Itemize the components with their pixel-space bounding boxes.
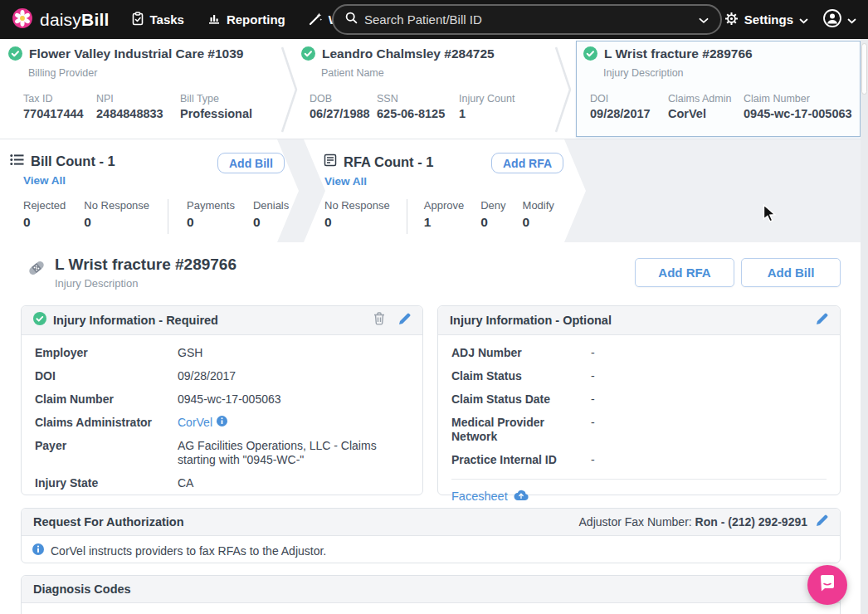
row-payer: PayerAG Facilities Operations, LLC - Cla… xyxy=(35,439,409,467)
field-npi: NPI 2484848833 xyxy=(96,93,180,120)
page-header: L Wrist fracture #289766 Injury Descript… xyxy=(27,256,237,290)
rfa-count-title: RFA Count - 1 xyxy=(344,154,433,170)
row-practice-internal-id: Practice Internal ID- xyxy=(451,453,827,467)
nav-settings[interactable]: Settings xyxy=(724,12,808,28)
scrollbar-thumb[interactable] xyxy=(861,43,867,95)
page-scrollbar[interactable] xyxy=(861,39,868,614)
context-bar: Flower Valley Industrial Care #1039 Bill… xyxy=(0,39,861,139)
add-rfa-button[interactable]: Add RFA xyxy=(635,258,734,287)
nav-reporting[interactable]: Reporting xyxy=(207,12,285,27)
nav-reporting-label: Reporting xyxy=(227,12,285,27)
bandage-icon xyxy=(27,258,46,290)
chevron-down-icon xyxy=(847,12,856,27)
row-adj-number: ADJ Number- xyxy=(451,346,827,360)
app-root: daisyBill Tasks Reporting Wizard xyxy=(0,0,868,614)
global-search[interactable] xyxy=(332,4,722,35)
provider-subtitle: Billing Provider xyxy=(28,67,252,79)
add-bill-button[interactable]: Add Bill xyxy=(741,258,841,287)
search-chevron-down-icon[interactable] xyxy=(699,12,709,27)
bill-count-title: Bill Count - 1 xyxy=(31,154,115,169)
chat-launcher-button[interactable] xyxy=(807,565,847,605)
nav-right-group: Settings xyxy=(724,0,856,39)
injury-subtitle: Injury Description xyxy=(603,67,852,79)
chevron-separator xyxy=(280,46,299,134)
rfa-view-all-link[interactable]: View All xyxy=(324,175,586,188)
bill-count-panel: Bill Count - 1 View All Add Bill Rejecte… xyxy=(0,139,299,242)
row-medical-provider-network: Medical Provider Network- xyxy=(451,416,827,444)
nav-account-menu[interactable] xyxy=(823,9,856,30)
diagnosis-title: Diagnosis Codes xyxy=(33,582,131,596)
info-icon[interactable] xyxy=(217,416,227,430)
injury-required-card: Injury Information - Required EmployerGS… xyxy=(21,305,423,495)
brand-wordmark: daisyBill xyxy=(40,10,110,30)
page-subtitle: Injury Description xyxy=(55,277,237,290)
chevron-separator xyxy=(554,46,573,134)
rfa-document-icon xyxy=(324,154,337,170)
corvel-link[interactable]: CorVel xyxy=(178,416,212,430)
edit-pencil-icon[interactable] xyxy=(816,514,828,529)
nav-tasks[interactable]: Tasks xyxy=(131,12,184,28)
injury-optional-card: Injury Information - Optional ADJ Number… xyxy=(437,305,841,495)
row-injury-state: Injury StateCA xyxy=(35,476,409,490)
divider xyxy=(451,479,827,480)
stat-rejected: Rejected 0 xyxy=(23,199,66,230)
add-rfa-button-small[interactable]: Add RFA xyxy=(491,153,563,173)
stat-modify: Modify 0 xyxy=(523,199,554,230)
stat-denials: Denials 0 xyxy=(253,199,289,230)
stat-divider xyxy=(168,199,168,234)
field-claims-admin: Claims Admin CorVel xyxy=(668,93,744,120)
check-circle-icon xyxy=(583,46,597,64)
nav-tasks-label: Tasks xyxy=(150,12,184,27)
edit-pencil-icon[interactable] xyxy=(398,313,411,329)
adjustor-fax-label: Adjustor Fax Number: Ron - (212) 292-929… xyxy=(579,515,807,529)
injury-title: L Wrist fracture #289766 xyxy=(604,46,753,61)
stat-divider xyxy=(407,199,407,234)
stat-approve: Approve 1 xyxy=(424,199,464,230)
stat-payments: Payments 0 xyxy=(187,199,235,230)
rfa-auth-note: CorVel instructs providers to fax RFAs t… xyxy=(22,536,840,565)
top-nav: daisyBill Tasks Reporting Wizard xyxy=(0,0,868,39)
field-claim-number: Claim Number 0945-wc-17-005063 xyxy=(744,93,852,120)
daisy-flower-icon xyxy=(12,7,33,32)
stat-no-response: No Response 0 xyxy=(84,199,149,230)
row-claim-number: Claim Number0945-wc-17-005063 xyxy=(35,392,409,407)
row-employer: EmployerGSH xyxy=(35,346,409,360)
field-dob: DOB 06/27/1988 xyxy=(310,93,377,120)
field-injury-count: Injury Count 1 xyxy=(459,93,514,120)
check-circle-icon xyxy=(301,46,315,64)
nav-settings-label: Settings xyxy=(744,12,793,27)
context-panel-patient[interactable]: Leandro Chalmsley #284725 Patient Name D… xyxy=(301,46,514,120)
request-authorization-card: Request For Authorization Adjustor Fax N… xyxy=(21,508,841,563)
row-doi: DOI09/28/2017 xyxy=(35,369,409,383)
row-claim-status-date: Claim Status Date- xyxy=(451,392,827,407)
bar-chart-icon xyxy=(207,12,221,27)
search-icon xyxy=(345,12,358,27)
context-panel-injury[interactable]: L Wrist fracture #289766 Injury Descript… xyxy=(583,46,852,120)
check-circle-icon xyxy=(33,312,46,329)
diagnosis-codes-card: Diagnosis Codes xyxy=(21,575,841,614)
bill-list-icon xyxy=(10,154,24,169)
bill-view-all-link[interactable]: View All xyxy=(23,174,299,187)
edit-pencil-icon[interactable] xyxy=(816,313,828,329)
search-input[interactable] xyxy=(364,12,699,27)
chat-bubble-icon xyxy=(817,573,837,597)
brand-logo[interactable]: daisyBill xyxy=(12,7,110,32)
patient-title: Leandro Chalmsley #284725 xyxy=(322,46,495,61)
field-doi: DOI 09/28/2017 xyxy=(590,93,668,120)
field-bill-type: Bill Type Professional xyxy=(180,93,252,120)
field-tax-id: Tax ID 770417444 xyxy=(23,93,96,120)
rfa-auth-title: Request For Authorization xyxy=(33,515,184,529)
chevron-down-icon xyxy=(799,12,808,27)
add-bill-button-small[interactable]: Add Bill xyxy=(217,153,285,173)
page-title: L Wrist fracture #289766 xyxy=(55,256,237,274)
stat-deny: Deny 0 xyxy=(480,199,505,230)
rfa-count-panel: RFA Count - 1 View All Add RFA No Respon… xyxy=(304,139,586,242)
optional-card-title: Injury Information - Optional xyxy=(450,314,612,327)
check-circle-icon xyxy=(8,46,22,64)
facesheet-link[interactable]: Facesheet xyxy=(451,490,827,503)
info-icon xyxy=(32,543,44,558)
clipboard-check-icon xyxy=(131,12,144,28)
trash-icon[interactable] xyxy=(373,312,385,329)
context-panel-billing-provider[interactable]: Flower Valley Industrial Care #1039 Bill… xyxy=(8,46,252,120)
field-ssn: SSN 625-06-8125 xyxy=(377,93,459,120)
